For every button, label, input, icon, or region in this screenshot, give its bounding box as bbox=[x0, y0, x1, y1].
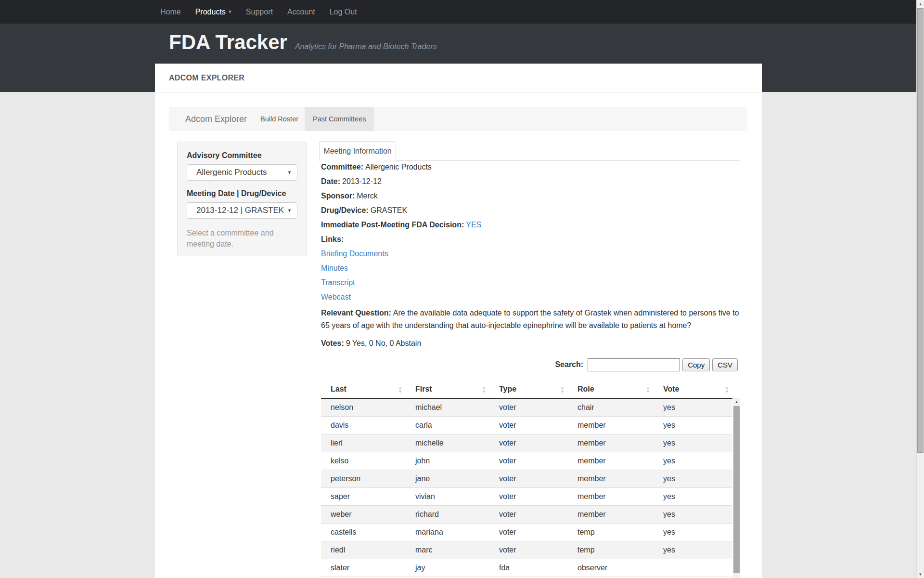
scroll-down-icon[interactable]: ▼ bbox=[917, 570, 924, 578]
relevant-question: Relevant Question:Are the available data… bbox=[321, 307, 744, 332]
table-cell: member bbox=[568, 416, 654, 434]
field-sponsor: Sponsor:Merck bbox=[321, 189, 744, 203]
table-scrollbar[interactable]: ▲ bbox=[733, 398, 740, 578]
sort-icon: ▲▼ bbox=[560, 386, 565, 394]
sort-icon: ▲▼ bbox=[398, 386, 402, 394]
table-cell: kelso bbox=[321, 452, 406, 470]
table-cell: chair bbox=[568, 398, 654, 416]
app-subtitle: Analytics for Pharma and Biotech Traders bbox=[295, 42, 437, 51]
table-controls: Search: Copy CSV bbox=[321, 357, 738, 372]
table-row: kelsojohnvotermemberyes bbox=[321, 452, 732, 470]
select-caret-icon: ▼ bbox=[287, 170, 292, 175]
roster-table: Last▲▼First▲▼Type▲▼Role▲▼Vote▲▼ nelsonmi… bbox=[321, 382, 732, 577]
column-label: Role bbox=[578, 385, 594, 393]
table-cell: carla bbox=[406, 416, 489, 434]
table-cell: voter bbox=[489, 434, 568, 452]
tab-past-committees[interactable]: Past Committees bbox=[305, 107, 374, 131]
field-committee: Committee:Allergenic Products bbox=[321, 160, 744, 174]
field-label: Relevant Question: bbox=[321, 309, 391, 317]
votes-text: 9 Yes, 0 No, 0 Abstain bbox=[346, 339, 422, 347]
webcast-link[interactable]: Webcast bbox=[321, 293, 351, 301]
field-date: Date:2013-12-12 bbox=[321, 174, 744, 189]
advisory-committee-select[interactable]: Allergenic Products ▼ bbox=[187, 164, 297, 181]
scroll-up-icon[interactable]: ▲ bbox=[733, 398, 740, 406]
field-fda-decision: Immediate Post-Meeting FDA Decision:YES bbox=[321, 218, 744, 232]
nav-item-logout[interactable]: Log Out bbox=[322, 0, 364, 24]
column-header-type[interactable]: Type▲▼ bbox=[489, 382, 568, 398]
caret-down-icon: ▾ bbox=[229, 0, 231, 24]
main-panel: ADCOM EXPLORER Adcom Explorer Build Rost… bbox=[155, 64, 762, 578]
table-row: weberrichardvotermemberyes bbox=[321, 505, 732, 523]
search-input[interactable] bbox=[588, 358, 680, 371]
briefing-documents-link[interactable]: Briefing Documents bbox=[321, 250, 388, 258]
nav-item-support[interactable]: Support bbox=[239, 0, 280, 24]
table-cell: saper bbox=[321, 487, 406, 505]
select-caret-icon: ▼ bbox=[287, 208, 292, 213]
column-header-vote[interactable]: Vote▲▼ bbox=[654, 382, 732, 398]
table-cell: slater bbox=[321, 559, 406, 577]
table-cell: voter bbox=[489, 398, 568, 416]
tab-brand-adcom-explorer[interactable]: Adcom Explorer bbox=[169, 107, 254, 131]
votes-summary: Votes:9 Yes, 0 No, 0 Abstain bbox=[321, 336, 744, 351]
table-row: slaterjayfdaobserver bbox=[321, 559, 732, 577]
column-header-last[interactable]: Last▲▼ bbox=[321, 382, 406, 398]
sort-icon: ▲▼ bbox=[482, 386, 486, 394]
field-label: Votes: bbox=[321, 339, 344, 347]
nav-item-home[interactable]: Home bbox=[153, 0, 188, 24]
table-row: petersonjanevotermemberyes bbox=[321, 470, 732, 487]
table-cell: riedl bbox=[321, 541, 406, 559]
copy-button[interactable]: Copy bbox=[682, 358, 710, 371]
table-cell: castells bbox=[321, 523, 406, 541]
field-links: Links: bbox=[321, 232, 744, 247]
table-cell: yes bbox=[654, 398, 732, 416]
table-cell: voter bbox=[489, 470, 568, 487]
table-cell: voter bbox=[489, 452, 568, 470]
fda-decision-link[interactable]: YES bbox=[466, 221, 481, 229]
csv-button[interactable]: CSV bbox=[712, 358, 738, 371]
nav-item-products[interactable]: Products ▾ bbox=[188, 0, 239, 24]
table-cell: yes bbox=[654, 452, 732, 470]
table-cell: voter bbox=[489, 505, 568, 523]
table-cell: member bbox=[568, 452, 654, 470]
tab-meeting-information[interactable]: Meeting Information bbox=[319, 141, 396, 161]
tab-meeting-information-label: Meeting Information bbox=[323, 147, 391, 155]
field-label: Date: bbox=[321, 177, 340, 185]
table-row: daviscarlavotermemberyes bbox=[321, 416, 732, 434]
table-row: sapervivianvotermemberyes bbox=[321, 487, 732, 505]
column-header-role[interactable]: Role▲▼ bbox=[568, 382, 654, 398]
field-label: Drug/Device: bbox=[321, 206, 369, 214]
nav-item-account[interactable]: Account bbox=[280, 0, 322, 24]
table-cell: yes bbox=[654, 434, 732, 452]
panel-heading: ADCOM EXPLORER bbox=[155, 64, 762, 92]
committee-form-well: Advisory Committee Allergenic Products ▼… bbox=[177, 142, 307, 256]
table-cell: jane bbox=[406, 470, 489, 487]
header-row: Last▲▼First▲▼Type▲▼Role▲▼Vote▲▼ bbox=[321, 382, 732, 398]
meeting-date-select[interactable]: 2013-12-12 | GRASTEK ▼ bbox=[187, 202, 297, 219]
column-label: First bbox=[415, 385, 432, 393]
table-cell: richard bbox=[406, 505, 489, 523]
table-scrollbar-thumb[interactable] bbox=[733, 406, 740, 573]
table-cell bbox=[654, 559, 732, 577]
minutes-link[interactable]: Minutes bbox=[321, 264, 348, 272]
meeting-date-selected-value: 2013-12-12 | GRASTEK bbox=[196, 206, 284, 215]
table-row: lierlmichellevotermemberyes bbox=[321, 434, 732, 452]
table-cell: marc bbox=[406, 541, 489, 559]
search-label: Search: bbox=[555, 360, 583, 369]
form-help-text: Select a commmittee and meeting date. bbox=[187, 227, 297, 250]
column-header-first[interactable]: First▲▼ bbox=[406, 382, 489, 398]
field-value: 2013-12-12 bbox=[342, 177, 382, 185]
tab-build-roster[interactable]: Build Roster bbox=[254, 107, 305, 131]
table-cell: voter bbox=[489, 416, 568, 434]
table-row: nelsonmichaelvoterchairyes bbox=[321, 398, 732, 416]
transcript-link[interactable]: Transcript bbox=[321, 278, 355, 287]
page-scrollbar-thumb[interactable] bbox=[917, 8, 924, 453]
scroll-up-icon[interactable]: ▲ bbox=[917, 0, 924, 8]
table-cell: yes bbox=[654, 416, 732, 434]
sort-icon: ▲▼ bbox=[725, 386, 729, 394]
table-row: riedlmarcvotertempyes bbox=[321, 541, 732, 559]
table-cell: yes bbox=[654, 505, 732, 523]
field-label: Committee: bbox=[321, 163, 363, 171]
advisory-committee-label: Advisory Committee bbox=[187, 151, 297, 160]
page-scrollbar[interactable]: ▲ ▼ bbox=[916, 0, 924, 578]
table-cell: jay bbox=[406, 559, 489, 577]
